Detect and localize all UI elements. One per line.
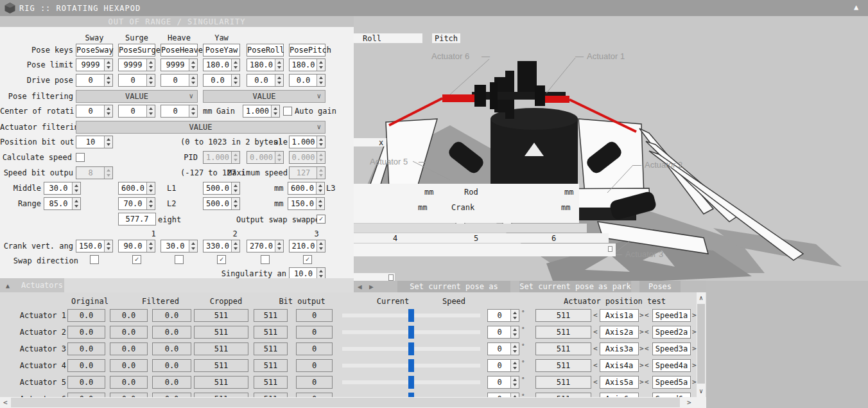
spinner-down-icon[interactable] bbox=[277, 247, 281, 250]
spinner-up-icon[interactable] bbox=[149, 242, 153, 245]
spinner-arrows[interactable] bbox=[146, 198, 155, 209]
spinner-up-icon[interactable] bbox=[149, 61, 153, 64]
spinner-up-icon[interactable] bbox=[149, 107, 153, 110]
spinner-arrows[interactable] bbox=[146, 182, 155, 194]
middle-v2-spinner[interactable]: 600.0 bbox=[118, 182, 155, 195]
speed-next-icon[interactable]: > bbox=[692, 328, 697, 337]
drive-pose-roll-spinner[interactable]: 0.0 bbox=[247, 74, 284, 87]
axis-prev-icon[interactable]: < bbox=[593, 361, 598, 370]
spinner-arrows[interactable] bbox=[146, 75, 155, 86]
spinner-up-icon[interactable] bbox=[234, 76, 238, 79]
actuators-tab[interactable]: ▲ Actuators bbox=[0, 278, 64, 292]
spinner-down-icon[interactable] bbox=[149, 205, 153, 208]
spinner-arrows[interactable] bbox=[317, 75, 325, 86]
speed-next-icon[interactable]: > bbox=[692, 378, 697, 387]
center-x-spinner[interactable]: 0 bbox=[76, 105, 113, 118]
speed-key-input[interactable]: Speed4a bbox=[652, 359, 691, 372]
spinner-up-icon[interactable] bbox=[74, 184, 78, 187]
axis-key-input[interactable]: Axis2a bbox=[600, 326, 639, 339]
spinner-arrows[interactable] bbox=[317, 136, 325, 148]
axis-next-icon[interactable]: > bbox=[639, 311, 644, 320]
axis-key-input[interactable]: Axis3a bbox=[600, 342, 639, 355]
spinner-down-icon[interactable] bbox=[234, 247, 238, 250]
spinner-arrows[interactable] bbox=[317, 240, 325, 252]
speed-prev-icon[interactable]: < bbox=[645, 361, 649, 370]
axis-prev-icon[interactable]: < bbox=[593, 378, 598, 387]
spinner-arrows[interactable] bbox=[316, 182, 324, 194]
spinner-up-icon[interactable] bbox=[107, 76, 110, 79]
axis-next-icon[interactable]: > bbox=[639, 328, 644, 337]
spinner-down-icon[interactable] bbox=[149, 190, 153, 192]
test-angle-spinner[interactable]: 0 bbox=[487, 326, 519, 339]
spinner-down-icon[interactable] bbox=[191, 112, 195, 115]
spinner-down-icon[interactable] bbox=[107, 247, 110, 250]
pose-filtering-dropdown-2[interactable]: VALUE∨ bbox=[203, 90, 326, 103]
axis-prev-icon[interactable]: < bbox=[593, 311, 598, 320]
pose-limit-heave-spinner[interactable]: 9999 bbox=[161, 58, 198, 71]
speed-key-input[interactable]: Speed3a bbox=[652, 342, 691, 355]
middle-v3-spinner[interactable]: 500.0 bbox=[203, 182, 240, 195]
set-pose-driving-button[interactable]: Set current pose as driving bbox=[397, 281, 510, 292]
pose-key-heave-input[interactable]: PoseHeave bbox=[161, 44, 198, 57]
spinner-down-icon[interactable] bbox=[149, 112, 153, 115]
poses-button[interactable]: Poses bbox=[639, 281, 681, 292]
spinner-down-icon[interactable] bbox=[107, 112, 110, 115]
spinner-down-icon[interactable] bbox=[149, 82, 153, 84]
spinner-down-icon[interactable] bbox=[513, 317, 517, 319]
axis-prev-icon[interactable]: < bbox=[593, 328, 598, 337]
drive-pose-surge-spinner[interactable]: 0 bbox=[118, 74, 155, 87]
pose-next-button[interactable]: ▶ bbox=[369, 283, 374, 292]
drive-pose-pitch-spinner[interactable]: 0.0 bbox=[289, 74, 326, 87]
center-z-spinner[interactable]: 0 bbox=[161, 105, 198, 118]
spinner-down-icon[interactable] bbox=[319, 143, 323, 146]
spinner-arrows[interactable] bbox=[316, 198, 324, 209]
collapse-triangle-icon[interactable]: ▲ bbox=[6, 281, 10, 290]
spinner-arrows[interactable] bbox=[231, 198, 239, 209]
spinner-up-icon[interactable] bbox=[191, 107, 195, 110]
spinner-arrows[interactable] bbox=[189, 75, 197, 86]
middle-angle-spinner[interactable]: 30.0 bbox=[44, 182, 81, 195]
spinner-up-icon[interactable] bbox=[277, 242, 281, 245]
spinner-arrows[interactable] bbox=[146, 240, 155, 252]
spinner-down-icon[interactable] bbox=[277, 66, 281, 69]
spinner-down-icon[interactable] bbox=[74, 190, 78, 192]
spinner-up-icon[interactable] bbox=[513, 362, 517, 364]
crank-2-spinner[interactable]: 90.0 bbox=[118, 240, 155, 253]
spinner-up-icon[interactable] bbox=[513, 345, 517, 348]
scroll-down-icon[interactable]: ∨ bbox=[697, 387, 706, 396]
spinner-up-icon[interactable] bbox=[149, 76, 153, 79]
spinner-up-icon[interactable] bbox=[319, 242, 323, 245]
spinner-up-icon[interactable] bbox=[277, 61, 281, 64]
pose-limit-roll-spinner[interactable]: 180.0 bbox=[247, 58, 284, 71]
speed-prev-icon[interactable]: < bbox=[645, 378, 649, 387]
horizontal-scrollbar[interactable]: < > bbox=[0, 397, 697, 408]
range-v2-spinner[interactable]: 70.0 bbox=[118, 197, 155, 210]
axis-key-input[interactable]: Axis1a bbox=[600, 309, 639, 322]
spinner-up-icon[interactable] bbox=[319, 270, 323, 272]
speed-key-input[interactable]: Speed1a bbox=[652, 309, 691, 322]
range-v3-spinner[interactable]: 500.0 bbox=[203, 197, 240, 210]
spinner-up-icon[interactable] bbox=[513, 378, 517, 381]
auto-gain-checkbox[interactable] bbox=[283, 107, 292, 116]
crank-1-spinner[interactable]: 150.0 bbox=[76, 240, 113, 253]
test-angle-spinner[interactable]: 0 bbox=[487, 393, 519, 397]
spinner-down-icon[interactable] bbox=[319, 247, 323, 250]
current-slider-handle[interactable] bbox=[408, 393, 414, 397]
spinner-arrows[interactable] bbox=[104, 59, 112, 71]
spinner-down-icon[interactable] bbox=[318, 190, 322, 192]
vertical-scroll-thumb[interactable] bbox=[697, 304, 705, 384]
swap-direction-checkbox-1[interactable] bbox=[90, 255, 99, 264]
spinner-up-icon[interactable] bbox=[234, 61, 238, 64]
speed-key-input[interactable]: Speed5a bbox=[652, 376, 691, 389]
spinner-down-icon[interactable] bbox=[234, 205, 238, 208]
drive-pose-sway-spinner[interactable]: 0 bbox=[76, 74, 113, 87]
scroll-right-icon[interactable]: > bbox=[687, 398, 691, 407]
pose-key-roll-input[interactable]: PoseRoll bbox=[247, 44, 284, 57]
spinner-arrows[interactable] bbox=[189, 59, 197, 71]
crank-3-spinner[interactable]: 30.0 bbox=[161, 240, 198, 253]
spinner-arrows[interactable] bbox=[72, 198, 80, 209]
current-slider-handle[interactable] bbox=[408, 359, 414, 372]
scroll-up-icon[interactable]: ▲ bbox=[854, 3, 858, 12]
spinner-down-icon[interactable] bbox=[513, 367, 517, 369]
gain-spinner[interactable]: 1.000 bbox=[243, 105, 280, 118]
